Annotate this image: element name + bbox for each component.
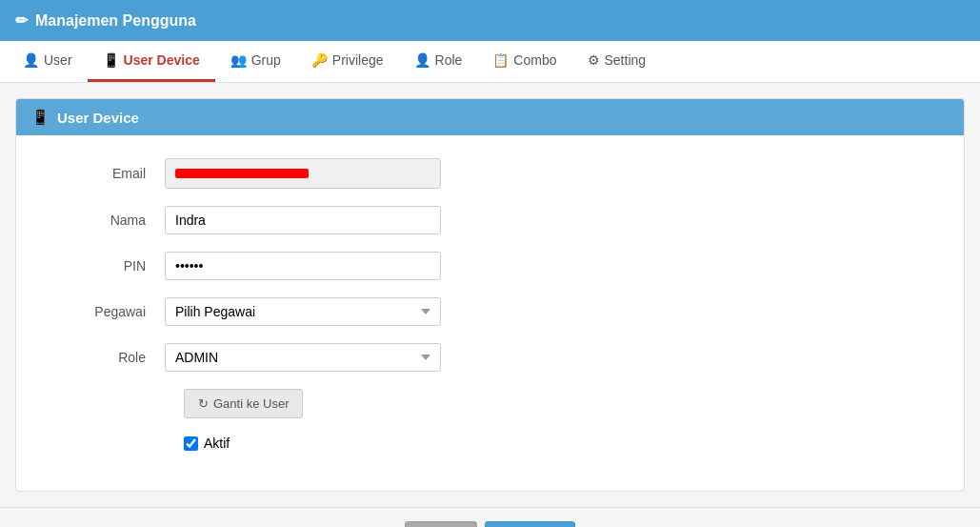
tab-setting[interactable]: ⚙ Setting bbox=[572, 41, 662, 82]
simpan-button[interactable]: 💾 Simpan bbox=[485, 521, 575, 527]
nama-input[interactable] bbox=[165, 206, 441, 234]
aktif-group: Aktif bbox=[184, 436, 949, 451]
role-icon: 👤 bbox=[414, 52, 430, 68]
pin-input[interactable] bbox=[165, 252, 441, 280]
batal-button[interactable]: ⊘ Batal bbox=[405, 521, 477, 527]
app-header: ✏ Manajemen Pengguna bbox=[0, 0, 980, 41]
email-field-container[interactable] bbox=[165, 158, 441, 189]
email-redacted-value bbox=[175, 169, 309, 178]
role-group: Role ADMIN USER GUEST bbox=[31, 343, 949, 372]
email-group: Email bbox=[31, 158, 949, 189]
ganti-group: ↻ Ganti ke User bbox=[165, 389, 949, 418]
privilege-icon: 🔑 bbox=[311, 52, 328, 68]
aktif-label: Aktif bbox=[204, 436, 230, 451]
group-icon: 👥 bbox=[230, 52, 247, 68]
form-footer: ⊘ Batal 💾 Simpan bbox=[0, 507, 980, 527]
role-label: Role bbox=[31, 350, 165, 365]
ganti-ke-user-button[interactable]: ↻ Ganti ke User bbox=[184, 389, 303, 418]
tab-user[interactable]: 👤 User bbox=[8, 41, 88, 82]
combo-icon: 📋 bbox=[492, 52, 509, 68]
app-title: Manajemen Pengguna bbox=[35, 12, 196, 30]
role-select[interactable]: ADMIN USER GUEST bbox=[165, 343, 441, 372]
card-device-icon: 📱 bbox=[31, 109, 50, 126]
pin-label: PIN bbox=[31, 258, 165, 274]
tab-privilege[interactable]: 🔑 Privilege bbox=[296, 41, 399, 82]
device-icon: 📱 bbox=[103, 52, 119, 68]
aktif-checkbox[interactable] bbox=[184, 436, 198, 451]
nama-group: Nama bbox=[31, 206, 949, 234]
pin-group: PIN bbox=[31, 252, 949, 280]
nama-label: Nama bbox=[31, 213, 165, 228]
tab-user-device[interactable]: 📱 User Device bbox=[88, 41, 215, 82]
card-body: Email Nama PIN Pegawai Pilih Pegawai bbox=[16, 135, 964, 491]
pencil-icon: ✏ bbox=[15, 11, 28, 30]
card-header: 📱 User Device bbox=[16, 99, 964, 135]
tab-navigation: 👤 User 📱 User Device 👥 Grup 🔑 Privilege … bbox=[0, 41, 980, 83]
user-device-card: 📱 User Device Email Nama PIN bbox=[15, 98, 965, 492]
tab-grup[interactable]: 👥 Grup bbox=[215, 41, 296, 82]
pegawai-select[interactable]: Pilih Pegawai bbox=[165, 297, 441, 326]
setting-icon: ⚙ bbox=[588, 52, 600, 68]
pegawai-group: Pegawai Pilih Pegawai bbox=[31, 297, 949, 326]
pegawai-label: Pegawai bbox=[31, 304, 165, 319]
tab-combo[interactable]: 📋 Combo bbox=[477, 41, 571, 82]
user-icon: 👤 bbox=[23, 52, 39, 68]
card-title: User Device bbox=[57, 110, 139, 126]
tab-role[interactable]: 👤 Role bbox=[399, 41, 478, 82]
refresh-icon: ↻ bbox=[198, 396, 209, 411]
main-content: 📱 User Device Email Nama PIN bbox=[0, 83, 980, 507]
email-label: Email bbox=[31, 166, 165, 181]
